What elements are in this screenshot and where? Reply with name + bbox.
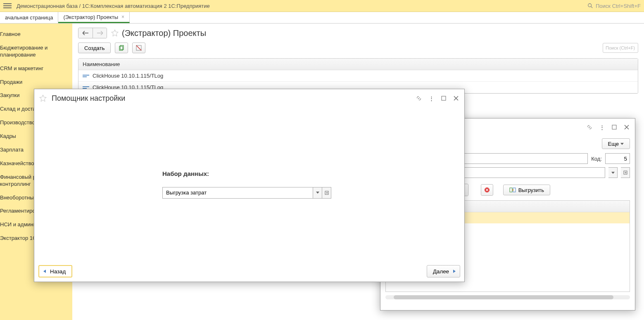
global-search[interactable]: Поиск Ctrl+Shift+F	[587, 3, 641, 9]
dataset-label: Набор данных:	[162, 170, 209, 177]
arrow-right-icon	[97, 31, 103, 35]
link-icon[interactable]	[416, 95, 422, 102]
global-search-placeholder: Поиск Ctrl+Shift+F	[596, 3, 641, 9]
forward-button[interactable]	[93, 28, 107, 38]
table-row[interactable]: ClickHouse 10.10.1.115/TLog	[78, 70, 638, 82]
local-search[interactable]: Поиск (Ctrl+F)	[603, 43, 638, 53]
sidebar-item[interactable]: CRM и маркетинг	[0, 62, 72, 76]
star-icon[interactable]	[111, 29, 119, 37]
maximize-icon[interactable]	[440, 95, 447, 102]
dataset-input[interactable]	[162, 187, 313, 199]
create-button[interactable]: Создать	[78, 43, 111, 53]
copy-icon	[118, 45, 125, 51]
delete-button[interactable]	[481, 184, 493, 196]
search-icon	[587, 3, 593, 9]
chevron-down-icon	[611, 172, 615, 174]
export-button[interactable]: Выгрузить	[503, 185, 550, 195]
nav-buttons	[78, 28, 107, 38]
sidebar-item[interactable]: Главное	[0, 28, 72, 41]
scrollbar-thumb[interactable]	[394, 295, 613, 299]
copy-button[interactable]	[115, 43, 128, 53]
more-icon[interactable]: ⋮	[599, 124, 605, 130]
maximize-icon[interactable]	[611, 124, 618, 130]
sidebar-item[interactable]: Продажи	[0, 76, 72, 89]
setup-wizard-dialog: Помощник настройки ⋮ Набор данных: Назад…	[34, 89, 465, 282]
wizard-next-button[interactable]: Далее	[427, 265, 460, 277]
link-icon[interactable]	[586, 124, 593, 130]
item-icon	[83, 74, 89, 78]
delete-icon	[484, 187, 490, 193]
close-icon[interactable]	[453, 95, 459, 102]
open-button[interactable]	[621, 167, 630, 178]
close-icon[interactable]	[623, 124, 630, 130]
triangle-right-icon	[452, 269, 456, 273]
code-label: Код:	[591, 156, 602, 162]
open-icon	[325, 191, 329, 195]
dropdown-button[interactable]	[313, 187, 322, 199]
svg-line-5	[136, 45, 141, 50]
table-header: Наименование	[78, 59, 638, 70]
chevron-down-icon	[316, 192, 319, 194]
open-icon	[623, 171, 627, 175]
more-button[interactable]: Еще	[602, 138, 630, 149]
hamburger-icon[interactable]	[3, 2, 12, 10]
tab-home[interactable]: ачальная страница	[0, 12, 58, 23]
back-button[interactable]	[78, 28, 93, 38]
triangle-left-icon	[43, 269, 47, 273]
tabbar: ачальная страница (Экстрактор) Проекты ×	[0, 12, 644, 24]
more-icon[interactable]: ⋮	[428, 95, 435, 102]
page-title: (Экстрактор) Проекты	[122, 28, 206, 38]
open-button[interactable]	[322, 187, 331, 199]
arrow-left-icon	[83, 31, 88, 35]
svg-rect-19	[442, 96, 446, 100]
wizard-back-button[interactable]: Назад	[38, 265, 72, 277]
titlebar: Демонстрационная база / 1С:Комплексная а…	[0, 0, 644, 12]
svg-line-1	[591, 7, 593, 8]
star-icon[interactable]	[39, 95, 47, 102]
svg-point-0	[588, 4, 592, 7]
tab-projects[interactable]: (Экстрактор) Проекты ×	[58, 12, 130, 23]
sidebar-item[interactable]: Бюджетирование и планирование	[0, 41, 72, 62]
chevron-down-icon	[620, 143, 624, 145]
svg-rect-10	[612, 125, 616, 129]
app-title: Демонстрационная база / 1С:Комплексная а…	[17, 3, 210, 9]
code-field[interactable]	[605, 153, 630, 164]
close-icon[interactable]: ×	[121, 14, 124, 20]
filter-icon	[135, 45, 142, 51]
wizard-title: Помощник настройки	[52, 94, 125, 103]
filter-button[interactable]	[132, 43, 145, 53]
toolbar: Создать Поиск (Ctrl+F)	[78, 43, 638, 53]
dropdown-button[interactable]	[608, 167, 618, 178]
transfer-icon	[509, 187, 516, 193]
horizontal-scrollbar[interactable]	[385, 295, 630, 299]
